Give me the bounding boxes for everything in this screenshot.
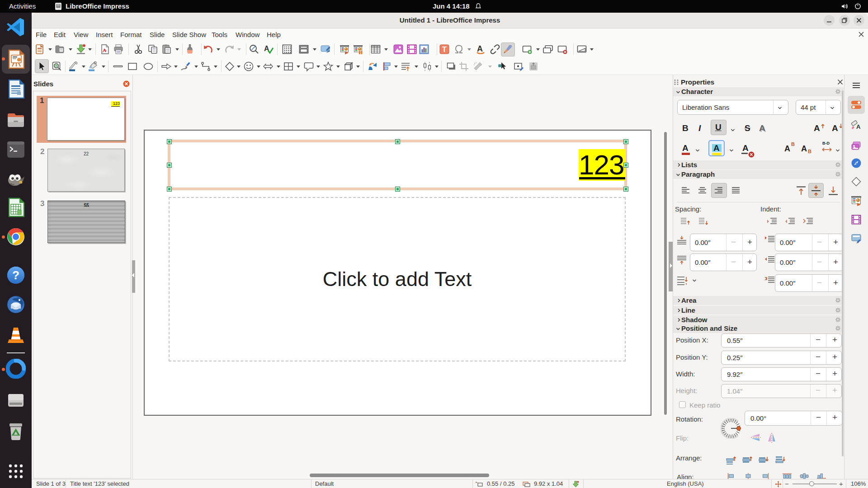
svg-text:A: A bbox=[477, 44, 483, 53]
svg-text:?: ? bbox=[12, 268, 19, 282]
svg-text:A: A bbox=[856, 123, 861, 130]
svg-text:T: T bbox=[442, 46, 447, 53]
